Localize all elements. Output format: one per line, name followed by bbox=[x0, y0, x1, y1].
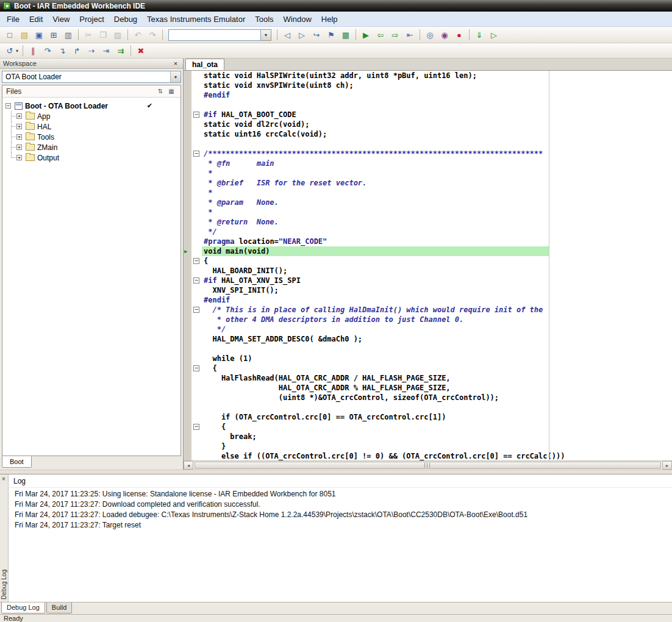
find-in-files-icon[interactable]: ◎ bbox=[423, 29, 437, 41]
quick-watch-icon[interactable]: ▦ bbox=[339, 29, 352, 41]
code-line[interactable]: (uint8 *)&OTA_crcControl, sizeof(OTA_crc… bbox=[184, 393, 672, 402]
horizontal-scrollbar[interactable]: ◂ ▸ bbox=[184, 460, 672, 470]
paste-icon[interactable]: ▨ bbox=[111, 29, 124, 41]
files-column-header[interactable]: Files ⇅ ▦ bbox=[2, 85, 181, 98]
line-gutter[interactable] bbox=[184, 227, 191, 237]
copy-icon[interactable]: ❐ bbox=[96, 29, 110, 41]
code-line[interactable]: * @return None. bbox=[184, 217, 672, 227]
code-line[interactable]: − /* This is in place of calling HalDmaI… bbox=[184, 305, 672, 315]
line-gutter[interactable] bbox=[184, 334, 191, 344]
next-statement-icon[interactable]: ⇢ bbox=[85, 45, 98, 57]
line-gutter[interactable] bbox=[184, 276, 191, 285]
code-line[interactable]: */ bbox=[184, 227, 672, 237]
code-line[interactable]: * bbox=[184, 188, 672, 198]
line-gutter[interactable] bbox=[184, 100, 191, 110]
line-gutter[interactable] bbox=[184, 402, 191, 412]
code-line[interactable] bbox=[184, 139, 672, 149]
code-line[interactable]: else if ((OTA_crcControl.crc[0] != 0) &&… bbox=[184, 451, 672, 460]
tree-item-tools[interactable]: +Tools bbox=[2, 132, 181, 142]
line-gutter[interactable] bbox=[184, 295, 191, 305]
editor-tab-hal-ota[interactable]: hal_ota bbox=[185, 59, 224, 70]
stop-debugging-icon[interactable]: ✖ bbox=[134, 45, 148, 57]
fold-marker-icon[interactable]: − bbox=[193, 112, 199, 118]
line-gutter[interactable] bbox=[184, 139, 191, 149]
save-icon[interactable]: ▣ bbox=[32, 29, 46, 41]
find-previous-icon[interactable]: ◁ bbox=[281, 29, 294, 41]
go-debug-icon[interactable]: ⇉ bbox=[114, 45, 127, 57]
tree-item-app[interactable]: +App bbox=[2, 111, 181, 121]
find-next-icon[interactable]: ▷ bbox=[295, 29, 309, 41]
fold-marker-icon[interactable]: − bbox=[193, 307, 199, 313]
log-side-strip[interactable]: × Debug Log bbox=[0, 474, 9, 602]
scroll-right-icon[interactable]: ▸ bbox=[662, 461, 672, 470]
step-into-icon[interactable]: ↴ bbox=[55, 45, 69, 57]
code-line[interactable]: − { bbox=[184, 363, 672, 373]
tree-item-output[interactable]: +Output bbox=[2, 152, 181, 163]
code-line[interactable]: break; bbox=[184, 432, 672, 441]
code-line[interactable]: * other 4 DMA descriptors in addition to… bbox=[184, 315, 672, 324]
line-gutter[interactable] bbox=[184, 432, 191, 441]
line-gutter[interactable] bbox=[184, 373, 191, 383]
menu-item-window[interactable]: Window bbox=[279, 13, 316, 26]
code-line[interactable]: */ bbox=[184, 324, 672, 334]
log-tab-debug-log[interactable]: Debug Log bbox=[1, 602, 45, 613]
line-gutter[interactable] bbox=[184, 393, 191, 402]
code-line[interactable]: #pragma location="NEAR_CODE" bbox=[184, 237, 672, 246]
line-gutter[interactable] bbox=[184, 324, 191, 334]
line-gutter[interactable] bbox=[184, 168, 191, 178]
line-gutter[interactable] bbox=[184, 305, 191, 315]
line-gutter[interactable] bbox=[184, 266, 191, 276]
line-gutter[interactable] bbox=[184, 383, 191, 393]
open-header-icon[interactable]: ⇤ bbox=[403, 29, 416, 41]
line-gutter[interactable] bbox=[184, 129, 191, 139]
log-tab-build[interactable]: Build bbox=[46, 602, 72, 613]
open-file-icon[interactable]: ▤ bbox=[18, 29, 31, 41]
code-line[interactable]: static uint16 crcCalc(void); bbox=[184, 129, 672, 139]
code-line[interactable] bbox=[184, 344, 672, 354]
line-gutter[interactable] bbox=[184, 178, 191, 188]
bookmark-icon[interactable]: ⚑ bbox=[324, 29, 338, 41]
code-line[interactable]: * @brief ISR for the reset vector. bbox=[184, 178, 672, 188]
code-line[interactable]: if (OTA_crcControl.crc[0] == OTA_crcCont… bbox=[184, 412, 672, 422]
cut-icon[interactable]: ✂ bbox=[82, 29, 95, 41]
line-gutter[interactable] bbox=[184, 149, 191, 159]
line-gutter[interactable] bbox=[184, 315, 191, 324]
menu-item-texas-instruments-emulator[interactable]: Texas Instruments Emulator bbox=[142, 13, 250, 26]
find-combobox-field[interactable] bbox=[168, 29, 261, 41]
save-all-icon[interactable]: ⊞ bbox=[47, 29, 60, 41]
replace-in-files-icon[interactable]: ◉ bbox=[438, 29, 451, 41]
fold-marker-icon[interactable]: − bbox=[193, 424, 199, 430]
tree-item-boot-ota-boot-loader[interactable]: −Boot - OTA Boot Loader✔ bbox=[2, 101, 181, 111]
reset-dropdown-icon[interactable]: ▾ bbox=[16, 48, 18, 54]
new-document-icon[interactable]: □ bbox=[3, 29, 16, 41]
tree-expander-icon[interactable]: + bbox=[16, 155, 22, 160]
line-gutter[interactable] bbox=[184, 90, 191, 100]
navigate-back-icon[interactable]: ⇦ bbox=[374, 29, 387, 41]
reset-icon[interactable]: ↺ bbox=[3, 45, 16, 57]
line-gutter[interactable] bbox=[184, 441, 191, 451]
line-gutter[interactable] bbox=[184, 198, 191, 207]
tree-expander-icon[interactable]: − bbox=[5, 103, 11, 109]
line-gutter[interactable] bbox=[184, 285, 191, 295]
code-line[interactable]: HalFlashRead(HAL_OTA_CRC_ADDR / HAL_FLAS… bbox=[184, 373, 672, 383]
fold-marker-icon[interactable]: − bbox=[193, 365, 199, 371]
horizontal-splitter[interactable] bbox=[0, 470, 672, 474]
menu-item-help[interactable]: Help bbox=[316, 13, 343, 26]
menu-item-edit[interactable]: Edit bbox=[24, 13, 48, 26]
code-line[interactable]: * @param None. bbox=[184, 198, 672, 207]
line-gutter[interactable] bbox=[184, 422, 191, 432]
goto-icon[interactable]: ↪ bbox=[310, 29, 323, 41]
line-gutter[interactable] bbox=[184, 110, 191, 120]
workspace-tab-boot[interactable]: Boot bbox=[2, 456, 32, 468]
chevron-down-icon[interactable]: ▼ bbox=[170, 71, 181, 82]
code-line[interactable]: −#if HAL_OTA_BOOT_CODE bbox=[184, 110, 672, 120]
tree-expander-icon[interactable]: + bbox=[16, 124, 22, 129]
fold-marker-icon[interactable]: − bbox=[193, 151, 199, 157]
fold-marker-icon[interactable]: − bbox=[193, 258, 199, 264]
tree-expander-icon[interactable]: + bbox=[16, 134, 22, 140]
fold-marker-icon[interactable]: − bbox=[193, 277, 199, 284]
menu-item-tools[interactable]: Tools bbox=[250, 13, 278, 26]
menu-item-project[interactable]: Project bbox=[74, 13, 109, 26]
log-close-icon[interactable]: × bbox=[2, 476, 5, 482]
navigate-forward-icon[interactable]: ⇨ bbox=[388, 29, 402, 41]
